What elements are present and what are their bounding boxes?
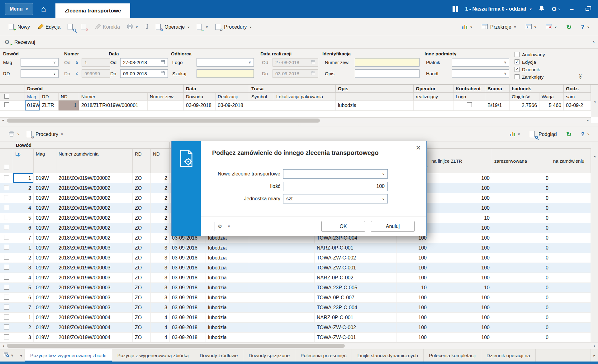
row-checkbox[interactable]: [0, 173, 13, 183]
cell-mag[interactable]: 019W: [34, 193, 56, 203]
cell-mag[interactable]: 019W: [34, 173, 56, 183]
cell-zarez[interactable]: 0: [492, 243, 551, 253]
data-od-input[interactable]: 27-08-2018: [120, 58, 168, 67]
cell-mag[interactable]: 019W: [34, 323, 56, 333]
cell-mag[interactable]: 019W: [34, 273, 56, 283]
cell-ukryta[interactable]: [249, 263, 315, 273]
tabs-scroll-left[interactable]: ◄: [17, 349, 25, 362]
cell-rd[interactable]: ZO: [133, 233, 151, 243]
cell-zamow[interactable]: [551, 313, 591, 323]
dialog-settings-button[interactable]: ⚙: [215, 222, 225, 231]
cell-mag[interactable]: 019W: [34, 303, 56, 313]
cell-dowodu[interactable]: 03-09-2018: [184, 100, 216, 111]
cell-numer[interactable]: 2018/ZO/019W/000004: [56, 333, 133, 343]
cell-ilosc[interactable]: 100: [396, 253, 429, 263]
column-header-rd[interactable]: RD: [133, 149, 151, 173]
column-header-numer_zew[interactable]: Numer zew.: [148, 93, 184, 100]
select-all-checkbox[interactable]: [0, 149, 13, 173]
row-checkbox[interactable]: [0, 223, 13, 233]
cell-zamow[interactable]: [551, 193, 591, 203]
bottom-tab-dowody-sprz-one[interactable]: Dowody sprzężone: [243, 349, 295, 362]
cell-zamow[interactable]: [551, 223, 591, 233]
cell-lp[interactable]: 4: [13, 203, 34, 213]
cell-lp[interactable]: 6: [13, 293, 34, 303]
cell-rd[interactable]: ZO: [133, 333, 151, 343]
cell-nd[interactable]: 3: [151, 273, 170, 283]
scroll-right-icon[interactable]: ►: [585, 118, 591, 123]
cell-numer[interactable]: 2018/ZO/019W/000003: [56, 293, 133, 303]
cell-rd[interactable]: ZO: [133, 193, 151, 203]
cell-kod[interactable]: TOWA-ZW-C-002: [315, 323, 396, 333]
home-button[interactable]: ⌂: [41, 5, 46, 13]
cell-lp[interactable]: 3: [13, 333, 34, 343]
cell-ukryta[interactable]: [249, 273, 315, 283]
row-checkbox[interactable]: [0, 283, 13, 293]
upper-side-collapse-strip[interactable]: ◄: [591, 85, 598, 117]
cell-mag[interactable]: 019W: [34, 313, 56, 323]
cell-lp[interactable]: 2: [13, 323, 34, 333]
cell-rd[interactable]: ZO: [133, 223, 151, 233]
column-header-nd[interactable]: ND: [59, 93, 79, 100]
cell-linijce[interactable]: 100: [429, 263, 492, 273]
cell-lokalizacja[interactable]: [274, 100, 336, 111]
cell-data[interactable]: 03-09-2018: [170, 243, 206, 253]
filter-checkbox-anulowany[interactable]: Anulowany: [515, 52, 545, 57]
column-header-godz[interactable]: sam: [564, 93, 591, 100]
bottom-tab-polecenia-kompletacji[interactable]: Polecenia kompletacji: [424, 349, 481, 362]
column-header-mag[interactable]: Mag: [34, 149, 56, 173]
cell-numer[interactable]: 2018/ZO/019W/000003: [56, 273, 133, 283]
korekta-button[interactable]: Korekta: [91, 22, 123, 32]
bottom-tab-dowody-r-d-owe[interactable]: Dowody źródłowe: [194, 349, 243, 362]
cell-data[interactable]: 03-09-2018: [170, 273, 206, 283]
row-checkbox[interactable]: [0, 323, 13, 333]
cell-numer[interactable]: 2018/ZO/019W/000002: [56, 183, 133, 193]
cell-lp[interactable]: 2: [13, 183, 34, 193]
cell-numer[interactable]: 2018/ZLTR/019W/000001: [79, 100, 148, 111]
cell-zarez[interactable]: 0: [492, 233, 551, 243]
cell-rd[interactable]: ZO: [133, 323, 151, 333]
column-header-dowodu[interactable]: Dowodu: [184, 93, 216, 100]
cell-brama[interactable]: B/19/1: [485, 100, 510, 111]
cell-linijce[interactable]: 100: [429, 253, 492, 263]
scroll-left-icon[interactable]: ◄: [0, 343, 6, 349]
cell-ilosc[interactable]: 100: [396, 293, 429, 303]
cell-numer[interactable]: 2018/ZO/019W/000002: [56, 173, 133, 183]
cell-numer[interactable]: 2018/ZO/019W/000002: [56, 223, 133, 233]
lower-side-collapse-strip[interactable]: ◄: [591, 142, 598, 343]
column-header-operator[interactable]: realizujący: [414, 93, 453, 100]
cell-numer[interactable]: 2018/ZO/019W/000003: [56, 253, 133, 263]
cell-data[interactable]: 03-09-2018: [170, 293, 206, 303]
column-header-linijce[interactable]: na linijce ZLTR: [429, 149, 492, 173]
cell-zarez[interactable]: 0: [492, 263, 551, 273]
checkbox-icon[interactable]: [515, 74, 520, 79]
cell-zamow[interactable]: [551, 293, 591, 303]
cell-operator[interactable]: [414, 100, 453, 111]
cell-objetosc[interactable]: 2.7566: [510, 100, 539, 111]
cell-waga[interactable]: 5 460: [539, 100, 564, 111]
cell-mag[interactable]: 019W: [34, 233, 56, 243]
row-checkbox[interactable]: [0, 293, 13, 303]
cell-lp[interactable]: 1: [13, 313, 34, 323]
cell-nd[interactable]: 2: [151, 203, 170, 213]
cell-lp[interactable]: 5: [13, 213, 34, 223]
bottom-tab-linijki-stan-w-dynamicznych[interactable]: Linijki stanów dynamicznych: [352, 349, 424, 362]
cell-opis[interactable]: lubodzia: [336, 100, 414, 111]
cell-mag[interactable]: 019W: [34, 223, 56, 233]
cell-zamow[interactable]: [551, 333, 591, 343]
column-header-realizacji[interactable]: Realizacji: [216, 93, 249, 100]
cell-zamow[interactable]: [551, 173, 591, 183]
cell-nd[interactable]: 3: [151, 303, 170, 313]
cell-lok[interactable]: lubodzia: [206, 313, 249, 323]
cell-rd[interactable]: ZO: [133, 173, 151, 183]
table-row[interactable]: 4019W2018/ZO/019W/000003ZO303-09-2018lub…: [0, 273, 591, 283]
help-button[interactable]: ? ∨: [577, 22, 593, 32]
send-button[interactable]: ∨: [193, 22, 211, 32]
chart-button[interactable]: ∨: [506, 129, 524, 139]
data-do-input[interactable]: 03-09-2018: [120, 69, 168, 78]
realizacji-od-input[interactable]: 27-08-2018: [273, 58, 318, 67]
print-button[interactable]: ∨: [5, 129, 23, 140]
cell-rd[interactable]: ZLTR: [40, 100, 59, 111]
cell-ukryta[interactable]: [249, 293, 315, 303]
close-icon[interactable]: ×: [416, 144, 421, 152]
cell-mag[interactable]: 019W: [34, 203, 56, 213]
